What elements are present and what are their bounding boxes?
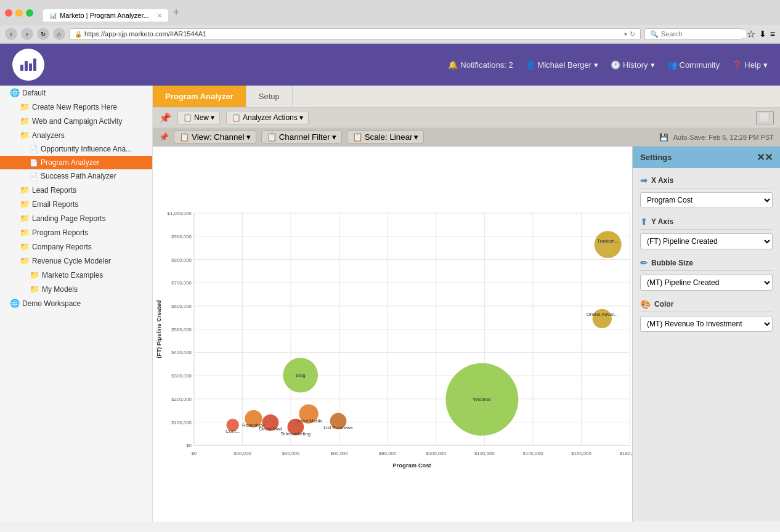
help-btn[interactable]: ❓ Help ▾ <box>732 60 768 70</box>
browser-search-input[interactable] <box>661 30 746 38</box>
settings-close-icon[interactable]: ✕✕ <box>757 151 773 163</box>
autosave-icon: 💾 <box>659 133 668 142</box>
sidebar-item-lead-reports[interactable]: 📁 Lead Reports <box>0 183 152 197</box>
channel-filter-btn[interactable]: 📋 Channel Filter ▾ <box>261 131 342 143</box>
bubble-size-icon: ✏ <box>640 258 648 268</box>
tab-setup[interactable]: Setup <box>246 86 293 107</box>
bubble-size-label-text: Bubble Size <box>651 259 693 267</box>
settings-color-section: 🎨 Color (MT) Revenue To Investment <box>640 299 773 332</box>
sidebar-item-analyzers[interactable]: 📁 Analyzers <box>0 128 152 142</box>
analyzer-actions-btn[interactable]: 📋 Analyzer Actions ▾ <box>226 111 309 124</box>
user-menu-btn[interactable]: 👤 Michael Berger ▾ <box>526 60 598 70</box>
more-options-icon[interactable]: ≡ <box>770 29 775 39</box>
bubble-direct-mail[interactable] <box>262 414 279 431</box>
sidebar-item-program-label: Program Analyzer <box>41 158 99 167</box>
history-icon: 🕐 <box>611 60 620 70</box>
folder-icon-analyzers: 📁 <box>20 131 30 140</box>
sidebar-item-web-campaign[interactable]: 📁 Web and Campaign Activity <box>0 114 152 128</box>
notifications-label: Notifications: 2 <box>460 60 513 70</box>
sidebar-item-marketo-examples[interactable]: 📁 Marketo Examples <box>0 268 152 282</box>
x-tick-0: $0 <box>191 451 197 456</box>
maximize-btn[interactable]: ⬜ <box>756 111 774 124</box>
sidebar-item-program-reports[interactable]: 📁 Program Reports <box>0 225 152 240</box>
bubble-telemarketing[interactable] <box>287 419 304 435</box>
folder-icon-email: 📁 <box>20 200 30 209</box>
close-window-btn[interactable] <box>5 9 12 17</box>
history-btn[interactable]: 🕐 History ▾ <box>611 60 654 70</box>
globe-icon-demo: 🌐 <box>10 299 20 308</box>
minimize-window-btn[interactable] <box>15 9 23 17</box>
sidebar-item-landing-page[interactable]: 📁 Landing Page Reports <box>0 211 152 225</box>
sidebar-item-demo-workspace[interactable]: 🌐 Demo Workspace <box>0 296 152 310</box>
page-icon-program: 📄 <box>30 159 38 167</box>
globe-icon: 🌐 <box>10 88 20 97</box>
maximize-window-btn[interactable] <box>26 9 33 17</box>
notifications-btn[interactable]: 🔔 Notifications: 2 <box>448 60 513 70</box>
bubble-social-media[interactable] <box>299 404 318 423</box>
notifications-icon: 🔔 <box>448 60 458 70</box>
color-select[interactable]: (MT) Revenue To Investment <box>640 316 773 332</box>
new-btn[interactable]: 📋 New ▾ <box>177 111 220 124</box>
sidebar-item-opportunity[interactable]: 📄 Opportunity Influence Ana... <box>0 142 152 156</box>
sidebar-item-company-label: Company Reports <box>32 243 92 251</box>
bubble-size-select[interactable]: (MT) Pipeline Created <box>640 275 773 291</box>
view-label: View: Channel <box>192 132 245 142</box>
sidebar-item-revenue-label: Revenue Cycle Modeler <box>32 257 111 265</box>
sidebar-item-demo-label: Demo Workspace <box>22 299 81 308</box>
bubble-tradeshow[interactable] <box>595 231 622 258</box>
filter-bar: 📌 📋 View: Channel ▾ 📋 Channel Filter ▾ 📋… <box>153 128 780 147</box>
sidebar-item-email-reports[interactable]: 📁 Email Reports <box>0 197 152 211</box>
sidebar-item-revenue-cycle[interactable]: 📁 Revenue Cycle Modeler <box>0 254 152 268</box>
x-tick-9: $180,000 <box>620 451 632 456</box>
sidebar-item-web-label: Web and Campaign Activity <box>32 117 123 126</box>
folder-icon-revenue: 📁 <box>20 256 30 265</box>
new-tab-btn[interactable]: + <box>168 4 185 22</box>
search-icon: 🔍 <box>650 30 659 38</box>
x-tick-3: $60,000 <box>330 451 348 456</box>
tab-program-analyzer-label: Program Analyzer <box>165 92 234 101</box>
toolbar-pin-icon[interactable]: 📌 <box>159 112 171 124</box>
sidebar-item-marketo-label: Marketo Examples <box>42 271 103 280</box>
sidebar-item-success-path[interactable]: 📄 Success Path Analyzer <box>0 169 152 183</box>
page-icon-success: 📄 <box>30 172 38 180</box>
sidebar-item-create-new[interactable]: 📁 Create New Reports Here <box>0 100 152 114</box>
y-axis-select[interactable]: (FT) Pipeline Created <box>640 233 773 249</box>
new-btn-label: New <box>194 113 209 122</box>
sidebar-item-default-label: Default <box>22 89 46 97</box>
bubble-list-purchase[interactable] <box>330 413 347 430</box>
user-dropdown-icon: ▾ <box>594 60 598 70</box>
dropdown-icon[interactable]: ▾ <box>624 31 627 38</box>
tab-close-icon[interactable]: ✕ <box>157 12 162 19</box>
bubble-blog[interactable] <box>283 358 318 393</box>
download-icon[interactable]: ⬇ <box>759 29 766 39</box>
url-bar[interactable]: https://app-sjp.marketo.com/#AR1544A1 <box>84 30 622 38</box>
sidebar-item-my-models[interactable]: 📁 My Models <box>0 282 152 296</box>
x-axis-select[interactable]: Program Cost <box>640 192 773 208</box>
bubble-roadshow[interactable] <box>245 410 262 427</box>
forward-btn[interactable]: › <box>21 28 33 40</box>
y-tick-4: $600,000 <box>171 304 192 309</box>
sidebar-item-default[interactable]: 🌐 Default <box>0 86 152 100</box>
community-icon: 👥 <box>667 60 677 70</box>
x-tick-8: $160,000 <box>571 451 591 456</box>
refresh-icon[interactable]: ↻ <box>630 30 635 38</box>
bookmark-icon[interactable]: ☆ <box>747 28 755 40</box>
community-btn[interactable]: 👥 Community <box>667 60 720 70</box>
tab-bar: Program Analyzer Setup <box>153 86 780 108</box>
y-tick-7: $300,000 <box>171 373 192 379</box>
tab-program-analyzer[interactable]: Program Analyzer <box>153 86 246 107</box>
browser-navigation: ‹ › ↻ ⌂ 🔒 https://app-sjp.marketo.com/#A… <box>0 25 780 43</box>
y-tick-1: $900,000 <box>171 234 192 240</box>
sidebar-item-landing-label: Landing Page Reports <box>32 214 105 223</box>
bubble-webinar[interactable] <box>445 363 518 436</box>
reload-btn[interactable]: ↻ <box>37 28 49 40</box>
sidebar-item-company-reports[interactable]: 📁 Company Reports <box>0 240 152 254</box>
bubble-content[interactable] <box>226 419 238 431</box>
home-btn[interactable]: ⌂ <box>53 28 65 40</box>
view-channel-btn[interactable]: 📋 View: Channel ▾ <box>174 131 256 143</box>
bubble-online-adver[interactable] <box>593 309 612 328</box>
back-btn[interactable]: ‹ <box>5 28 17 40</box>
scale-btn[interactable]: 📋 Scale: Linear ▾ <box>347 131 425 143</box>
sidebar-item-program-analyzer[interactable]: 📄 Program Analyzer <box>0 156 152 169</box>
active-tab[interactable]: 📊 Marketo | Program Analyzer... ✕ <box>43 9 168 22</box>
